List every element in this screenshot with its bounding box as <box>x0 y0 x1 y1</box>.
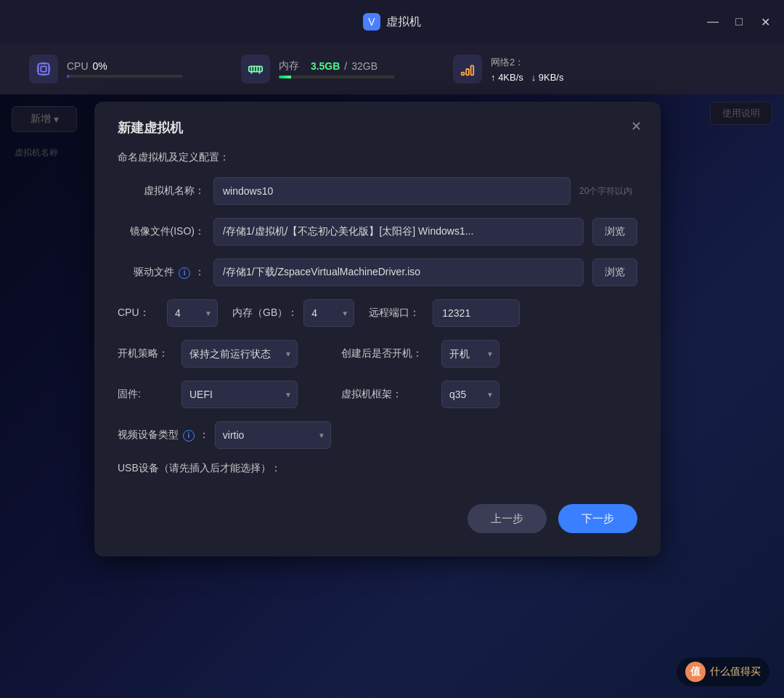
svg-rect-21 <box>462 73 465 76</box>
iso-browse-button[interactable]: 浏览 <box>592 218 637 245</box>
vm-name-hint: 20个字符以内 <box>579 185 637 198</box>
dialog-close-button[interactable]: ✕ <box>626 116 646 137</box>
video-row: 视频设备类型 i ： virtio vga qxl <box>118 421 637 449</box>
usb-row: USB设备（请先插入后才能选择）： <box>118 462 637 475</box>
net-down: ↓ 9KB/s <box>531 72 564 83</box>
ram-select[interactable]: 4 1 2 8 16 <box>303 299 354 327</box>
cpu-ram-row: CPU： 4 1 2 8 内存（GB）： 4 <box>118 299 637 327</box>
auto-boot-select[interactable]: 开机 关机 <box>441 340 499 368</box>
firmware-label: 固件: <box>118 388 176 401</box>
driver-input[interactable] <box>213 259 584 286</box>
boot-policy-select[interactable]: 保持之前运行状态 开机 关机 <box>181 340 298 368</box>
remote-port-item: 远程端口： <box>369 299 520 327</box>
boot-row: 开机策略： 保持之前运行状态 开机 关机 创建后是否开机： 开机 <box>118 340 637 368</box>
net-up: ↑ 4KB/s <box>491 72 523 83</box>
firmware-select-wrapper: UEFI BIOS <box>181 381 298 408</box>
iso-input[interactable] <box>213 218 584 245</box>
new-vm-dialog: 新建虚拟机 ✕ 命名虚拟机及定义配置： 虚拟机名称： 20个字符以内 镜像文件(… <box>94 102 661 556</box>
driver-row: 驱动文件 i ： 浏览 <box>118 259 637 286</box>
cpu-icon <box>29 54 58 84</box>
boot-policy-item: 开机策略： 保持之前运行状态 开机 关机 <box>118 340 298 368</box>
ram-separator: / <box>344 60 347 72</box>
video-select-wrapper: virtio vga qxl <box>215 421 331 449</box>
dialog-footer: 上一步 下一步 <box>118 504 637 533</box>
cpu-stat-text: CPU 0% <box>67 60 183 78</box>
minimize-button[interactable]: — <box>706 15 720 29</box>
boot-policy-label: 开机策略： <box>118 347 176 360</box>
app-title: 虚拟机 <box>386 15 421 30</box>
net-icon <box>453 54 482 84</box>
app-logo: V <box>363 13 380 31</box>
svg-rect-22 <box>466 69 469 75</box>
boot-policy-select-wrapper: 保持之前运行状态 开机 关机 <box>181 340 298 368</box>
cpu-bar <box>67 75 183 78</box>
firmware-select[interactable]: UEFI BIOS <box>181 381 298 408</box>
ram-bar <box>279 76 395 78</box>
auto-boot-label: 创建后是否开机： <box>341 347 436 360</box>
video-info-icon[interactable]: i <box>183 430 195 442</box>
cpu-select-wrapper: 4 1 2 8 <box>167 299 218 327</box>
vm-name-label: 虚拟机名称： <box>118 184 205 198</box>
prev-button[interactable]: 上一步 <box>467 504 547 533</box>
svg-rect-23 <box>471 65 474 75</box>
firmware-row: 固件: UEFI BIOS 虚拟机框架： q35 i440fx <box>118 381 637 408</box>
auto-boot-item: 创建后是否开机： 开机 关机 <box>341 340 499 368</box>
video-item: 视频设备类型 i ： virtio vga qxl <box>118 421 331 449</box>
ram-bar-fill <box>279 76 291 78</box>
iso-row: 镜像文件(ISO)： 浏览 <box>118 218 637 245</box>
section-title: 命名虚拟机及定义配置： <box>118 151 637 164</box>
iso-label: 镜像文件(ISO)： <box>118 225 205 238</box>
video-label: 视频设备类型 i ： <box>118 429 209 442</box>
cpu-item: CPU： 4 1 2 8 <box>118 299 218 327</box>
ram-icon <box>241 54 270 84</box>
svg-rect-1 <box>41 66 46 71</box>
firmware-item: 固件: UEFI BIOS <box>118 381 298 408</box>
close-button[interactable]: ✕ <box>758 15 772 29</box>
titlebar: V 虚拟机 — □ ✕ <box>0 0 784 44</box>
remote-port-label: 远程端口： <box>369 307 427 320</box>
window-controls: — □ ✕ <box>706 15 772 29</box>
driver-label: 驱动文件 i ： <box>118 266 205 279</box>
dialog-title: 新建虚拟机 <box>118 119 637 137</box>
ram-total: 32GB <box>351 60 377 72</box>
usb-label: USB设备（请先插入后才能选择）： <box>118 462 281 475</box>
net-stat: 网络2： ↑ 4KB/s ↓ 9KB/s <box>453 54 563 84</box>
cpu-label: CPU <box>67 60 89 72</box>
vm-arch-select[interactable]: q35 i440fx <box>441 381 499 408</box>
cpu-bar-fill <box>67 75 69 78</box>
ram-field-label: 内存（GB）： <box>232 307 298 320</box>
net-stat-text: 网络2： ↑ 4KB/s ↓ 9KB/s <box>491 56 563 83</box>
video-select[interactable]: virtio vga qxl <box>215 421 331 449</box>
remote-port-input[interactable] <box>433 299 520 327</box>
svg-rect-0 <box>38 64 49 75</box>
vm-arch-select-wrapper: q35 i440fx <box>441 381 499 408</box>
vm-arch-label: 虚拟机框架： <box>341 388 436 401</box>
cpu-value: 0% <box>93 60 107 72</box>
main-area: 新增 ▾ 虚拟机名称 使用说明 新建虚拟机 ✕ 命名虚拟机及定义配置： 虚拟机名… <box>0 94 784 698</box>
stats-bar: CPU 0% 内存 3.5GB / <box>0 44 784 94</box>
driver-info-icon[interactable]: i <box>179 267 190 279</box>
ram-stat-text: 内存 3.5GB / 32GB <box>279 60 395 78</box>
dialog-overlay: 新建虚拟机 ✕ 命名虚拟机及定义配置： 虚拟机名称： 20个字符以内 镜像文件(… <box>0 94 784 698</box>
net-label: 网络2： <box>491 57 524 68</box>
ram-used: 3.5GB <box>311 60 340 72</box>
next-button[interactable]: 下一步 <box>558 504 637 533</box>
ram-item: 内存（GB）： 4 1 2 8 16 <box>232 299 354 327</box>
cpu-field-label: CPU： <box>118 307 161 320</box>
cpu-stat: CPU 0% <box>29 54 183 84</box>
maximize-button[interactable]: □ <box>732 15 746 29</box>
cpu-select[interactable]: 4 1 2 8 <box>167 299 218 327</box>
watermark-icon: 值 <box>685 662 706 682</box>
driver-browse-button[interactable]: 浏览 <box>592 259 637 286</box>
ram-label: 内存 <box>279 60 299 73</box>
auto-boot-select-wrapper: 开机 关机 <box>441 340 499 368</box>
watermark: 值 什么值得买 <box>677 657 769 686</box>
vm-arch-item: 虚拟机框架： q35 i440fx <box>341 381 499 408</box>
ram-select-wrapper: 4 1 2 8 16 <box>303 299 354 327</box>
watermark-text: 什么值得买 <box>710 665 761 678</box>
vm-name-input[interactable] <box>213 177 571 205</box>
vm-name-row: 虚拟机名称： 20个字符以内 <box>118 177 637 205</box>
ram-stat: 内存 3.5GB / 32GB <box>241 54 395 84</box>
